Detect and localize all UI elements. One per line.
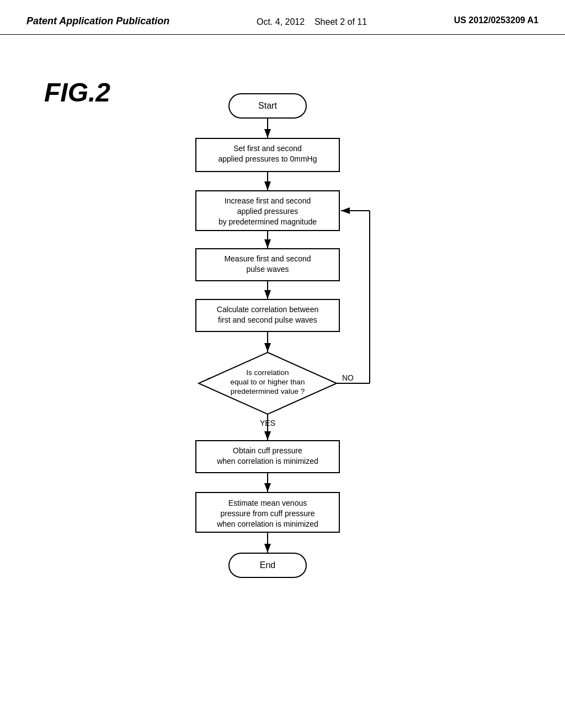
- svg-text:Is correlation: Is correlation: [246, 368, 289, 377]
- sheet-label: Sheet 2 of 11: [315, 17, 367, 26]
- svg-text:NO: NO: [342, 373, 354, 382]
- svg-text:equal to or higher than: equal to or higher than: [230, 378, 305, 386]
- svg-text:when correlation is minimized: when correlation is minimized: [216, 520, 318, 528]
- header-center: Oct. 4, 2012 Sheet 2 of 11: [257, 15, 367, 29]
- svg-text:applied pressures to 0mmHg: applied pressures to 0mmHg: [218, 154, 317, 163]
- svg-text:Obtain cuff pressure: Obtain cuff pressure: [233, 446, 302, 455]
- svg-text:Start: Start: [258, 101, 277, 110]
- svg-text:first and second pulse waves: first and second pulse waves: [218, 315, 317, 324]
- flowchart-diagram: Start S200 Set first and second applied …: [99, 83, 486, 689]
- page-header: Patent Application Publication Oct. 4, 2…: [0, 0, 565, 35]
- svg-text:pressure from cuff pressure: pressure from cuff pressure: [221, 509, 315, 518]
- svg-text:Increase first and second: Increase first and second: [225, 196, 311, 205]
- svg-text:Calculate correlation between: Calculate correlation between: [217, 305, 318, 314]
- svg-text:when correlation is minimized: when correlation is minimized: [216, 457, 318, 465]
- date-label: Oct. 4, 2012: [257, 17, 305, 26]
- svg-text:pulse waves: pulse waves: [246, 265, 289, 274]
- patent-number: US 2012/0253209 A1: [454, 15, 539, 25]
- svg-text:Estimate mean venous: Estimate mean venous: [228, 499, 307, 507]
- svg-text:Set first and second: Set first and second: [233, 144, 302, 153]
- svg-text:Measure first and second: Measure first and second: [224, 254, 311, 263]
- svg-text:predetermined value ?: predetermined value ?: [231, 387, 305, 395]
- svg-text:End: End: [260, 560, 275, 570]
- svg-text:applied pressures: applied pressures: [237, 207, 299, 216]
- publication-label: Patent Application Publication: [26, 15, 169, 27]
- svg-text:by predetermined magnitude: by predetermined magnitude: [218, 217, 317, 226]
